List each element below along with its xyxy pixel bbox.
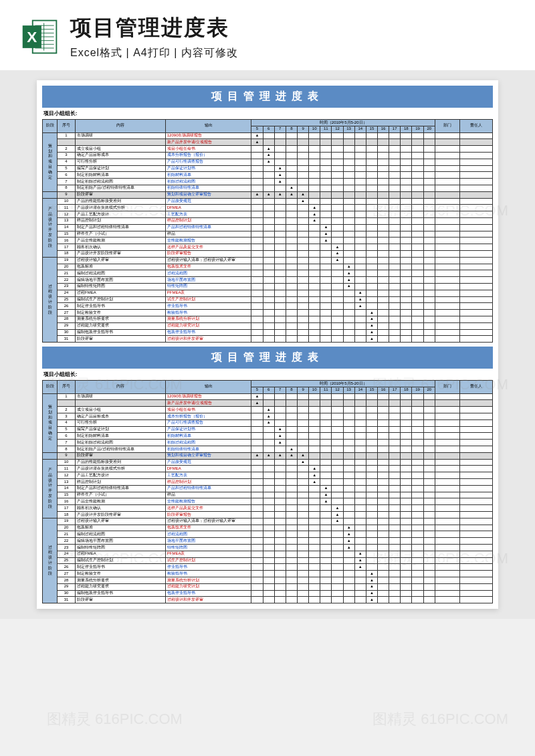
table-row: 14制定产品和过程特殊特性清单产品和过程特殊特性清单▲: [43, 485, 493, 492]
cell-content: [76, 400, 166, 407]
cell-tick: [401, 393, 412, 400]
cell-tick: [354, 577, 366, 584]
cell-content: 编制包装作业指导书: [76, 329, 166, 336]
cell-tick: [320, 597, 332, 603]
cell-tick: [412, 531, 423, 538]
cell-tick: [423, 538, 435, 545]
cell-content: 制定作业指导书: [76, 303, 166, 310]
cell-tick: [286, 525, 297, 531]
cell-tick: [251, 270, 263, 277]
cell-tick: [309, 518, 320, 525]
cell-tick: [401, 597, 412, 603]
cell-content: 确定产品目标成本: [76, 413, 166, 420]
cell-tick: [412, 538, 423, 545]
cell-tick: [298, 466, 309, 472]
cell-tick: [332, 264, 343, 270]
cell-tick: [343, 179, 354, 185]
cell-output: 初始过程流程图: [165, 440, 251, 446]
cell-tick: [309, 322, 320, 329]
cell-tick: [366, 277, 377, 284]
cell-tick: [343, 322, 354, 329]
cell-tick: [320, 159, 332, 165]
cell-tick: [377, 205, 389, 211]
cell-tick: [412, 296, 423, 303]
cell-tick: [423, 139, 435, 146]
cell-tick: [389, 583, 401, 590]
cell-tick: [263, 217, 274, 224]
phase-cell: 产品设计开发阶段: [43, 459, 58, 518]
table-row: 29过程能力研究要求过程能力研究计划▲: [43, 583, 493, 590]
cell-tick: [366, 407, 377, 413]
cell-tick: [274, 159, 286, 165]
cell-tick: [366, 264, 377, 270]
cell-tick: [389, 270, 401, 277]
cell-output: 策划和项目确立评审报告: [165, 452, 251, 459]
excel-icon: X: [20, 17, 60, 57]
cell-tick: [286, 577, 297, 584]
cell-output: 12090市场调研报告: [165, 393, 251, 400]
cell-tick: [423, 185, 435, 191]
cell-tick: [366, 413, 377, 420]
cell-tick: [401, 257, 412, 264]
cell-tick: [274, 590, 286, 597]
cell-tick: [251, 525, 263, 531]
cell-tick: ▲: [274, 452, 286, 459]
cell-tick: [274, 316, 286, 322]
table-row: 21编制过程流程图过程流程图▲: [43, 270, 493, 277]
cell-tick: [286, 205, 297, 211]
cell-tick: [320, 400, 332, 407]
col-day: 11: [320, 126, 332, 132]
cell-person: [459, 564, 492, 571]
cell-tick: [286, 413, 297, 420]
cell-tick: [423, 270, 435, 277]
cell-tick: [389, 238, 401, 244]
table-row: 27制定检验文件检验指导书▲: [43, 310, 493, 316]
cell-person: [459, 433, 492, 440]
cell-tick: [343, 512, 354, 518]
cell-tick: [274, 577, 286, 584]
cell-content: 过程设计输入评审: [76, 518, 166, 525]
cell-content: 市场调研: [76, 132, 166, 139]
col-day: 17: [389, 387, 401, 393]
col-content: 内容: [76, 381, 166, 394]
table-row: 31阶段评审过程设计和开发评审▲: [43, 336, 493, 343]
cell-tick: [366, 459, 377, 466]
cell-tick: [401, 452, 412, 459]
cell-tick: [320, 433, 332, 440]
cell-tick: ▲: [343, 283, 354, 290]
cell-tick: [286, 132, 297, 139]
cell-tick: [298, 557, 309, 564]
cell-tick: [401, 590, 412, 597]
cell-tick: [389, 400, 401, 407]
col-day: 20: [423, 387, 435, 393]
cell-tick: [309, 198, 320, 205]
cell-tick: [274, 538, 286, 545]
cell-content: 产品的性能指标接受准则: [76, 198, 166, 205]
cell-output: 过程流程图: [165, 531, 251, 538]
cell-output: 包装技术文件: [165, 264, 251, 270]
cell-dept: [435, 557, 459, 564]
cell-tick: [377, 250, 389, 257]
col-day: 9: [298, 387, 309, 393]
col-output: 输出: [165, 120, 251, 133]
cell-seq: 18: [58, 512, 76, 518]
cell-content: 制定初始材料清单: [76, 172, 166, 179]
cell-tick: [412, 231, 423, 238]
cell-seq: 21: [58, 531, 76, 538]
cell-tick: [320, 336, 332, 343]
cell-tick: [274, 152, 286, 159]
table-row: 11产品设计潜在失效模式分析DFMEA▲: [43, 205, 493, 211]
cell-tick: [298, 571, 309, 577]
cell-tick: [423, 217, 435, 224]
cell-tick: [354, 231, 366, 238]
cell-tick: [309, 577, 320, 584]
cell-tick: [423, 316, 435, 322]
cell-tick: [298, 316, 309, 322]
cell-tick: [286, 551, 297, 557]
cell-tick: [263, 224, 274, 231]
cell-tick: [423, 564, 435, 571]
cell-tick: [354, 505, 366, 512]
cell-tick: [298, 440, 309, 446]
cell-person: [459, 479, 492, 486]
cell-tick: [366, 257, 377, 264]
